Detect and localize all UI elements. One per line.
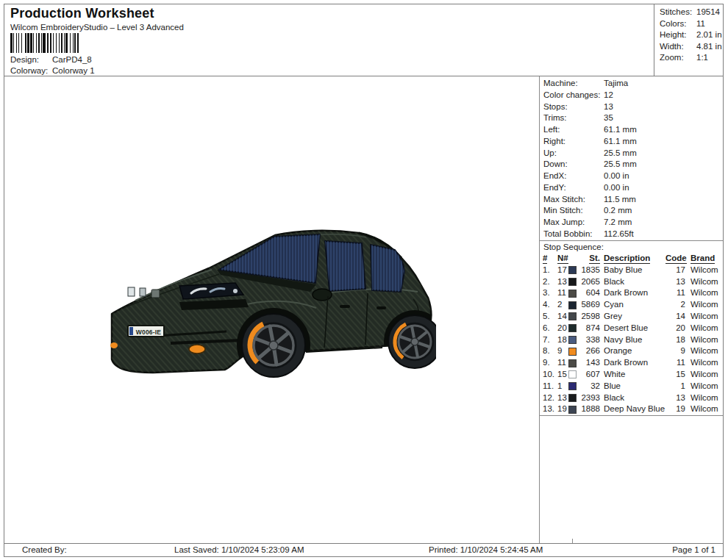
stat-label: Colors:: [660, 18, 696, 30]
thread-brand: Wilcom: [685, 299, 723, 311]
stop-sequence-body: 1.171835Baby Blue17Wilcom2.132065Black13…: [540, 265, 723, 416]
col-number: #: [543, 254, 547, 264]
thread-color-swatch: [568, 290, 577, 298]
info-label: Max Jump:: [543, 217, 604, 229]
thread-description: Dark Brown: [604, 357, 665, 369]
thread-color-swatch: [568, 359, 577, 367]
needle-number: 19: [557, 403, 568, 415]
rear-door-handle: [377, 306, 386, 309]
info-label: Machine:: [543, 78, 604, 90]
info-value: 0.00 in: [604, 183, 629, 192]
thread-color-swatch: [568, 348, 577, 356]
needle-number: 2: [557, 299, 568, 311]
stop-sequence-row: 6.20874Desert Blue20Wilcom: [540, 323, 723, 334]
stitch-count: 143: [579, 357, 600, 369]
info-value: 13: [604, 102, 613, 111]
thread-code: 20: [665, 323, 685, 334]
colorway-label: Colorway:: [10, 66, 52, 75]
needle-number: 11: [557, 287, 568, 299]
info-value: 112.65ft: [604, 229, 634, 238]
barcode-space: [79, 33, 81, 53]
thread-brand: Wilcom: [685, 334, 723, 346]
needle-number: 15: [557, 369, 568, 381]
stat-row: Zoom:1:1: [654, 52, 723, 64]
stat-value: 2.01 in: [696, 29, 722, 41]
thread-brand: Wilcom: [685, 357, 723, 369]
thread-description: Blue: [604, 381, 665, 392]
row-number: 11.: [543, 381, 557, 392]
machine-info-row: Stops:13: [540, 101, 723, 113]
swatch-cell: [568, 348, 579, 356]
stitch-count: 5869: [579, 299, 600, 311]
row-number: 2.: [543, 276, 557, 288]
row-number: 12.: [543, 392, 557, 404]
thread-brand: Wilcom: [685, 276, 723, 288]
row-number: 13.: [543, 403, 557, 415]
thread-brand: Wilcom: [685, 311, 723, 323]
stitch-count: 607: [579, 369, 600, 381]
main-area: W006-IE: [4, 76, 723, 543]
thread-color-swatch: [568, 370, 577, 378]
machine-info-row: Right:61.1 mm: [540, 136, 723, 148]
design-label: Design:: [10, 55, 52, 64]
machine-info-row: Min Stitch:0.2 mm: [540, 205, 723, 217]
info-label: Stops:: [543, 101, 604, 113]
thread-description: Desert Blue: [604, 323, 665, 334]
needle-number: 14: [557, 311, 568, 323]
front-door-handle: [340, 305, 350, 308]
info-label: EndX:: [543, 170, 604, 182]
row-number: 7.: [543, 334, 557, 346]
machine-info-row: Total Bobbin:112.65ft: [540, 229, 723, 240]
stats-list: Stitches:19514Colors:11Height:2.01 inWid…: [654, 4, 723, 76]
info-label: Up:: [543, 148, 604, 159]
corner-indicator: [110, 342, 118, 348]
thread-brand: Wilcom: [685, 345, 723, 357]
thread-color-swatch: [568, 266, 577, 274]
car-illustration: W006-IE: [109, 226, 436, 384]
info-label: Trims:: [543, 112, 604, 124]
swatch-cell: [568, 406, 579, 414]
thread-description: Dark Brown: [604, 287, 665, 299]
info-label: Right:: [543, 136, 604, 148]
stitch-count: 2598: [579, 311, 600, 323]
row-number: 8.: [543, 345, 557, 357]
stop-sequence-row: 8.9266Orange9Wilcom: [540, 345, 723, 357]
stitch-count: 338: [579, 334, 600, 346]
machine-info-list: Machine:TajimaColor changes:12Stops:13Tr…: [540, 76, 723, 240]
info-label: Total Bobbin:: [543, 229, 604, 240]
stop-sequence-row: 9.11143Dark Brown11Wilcom: [540, 357, 723, 369]
stat-label: Stitches:: [660, 7, 696, 18]
stop-sequence-header: # N# St. Description Code Brand: [540, 253, 723, 265]
needle-number: 9: [557, 345, 568, 357]
row-number: 9.: [543, 357, 557, 369]
swatch-cell: [568, 359, 579, 367]
thread-brand: Wilcom: [685, 403, 723, 415]
header-left: Production Worksheet Wilcom EmbroiderySt…: [4, 4, 654, 76]
page-number: Page 1 of 1: [672, 545, 715, 554]
stat-label: Height:: [660, 29, 696, 41]
col-needle: N#: [557, 254, 568, 264]
page-title: Production Worksheet: [10, 6, 154, 21]
thread-description: Orange: [604, 345, 665, 357]
info-value: 0.00 in: [604, 171, 629, 180]
thread-code: 1: [665, 381, 685, 392]
thread-description: Grey: [604, 311, 665, 323]
thread-brand: Wilcom: [685, 287, 723, 299]
info-value: 61.1 mm: [604, 137, 637, 146]
thread-code: 17: [665, 265, 685, 276]
thread-color-swatch: [568, 406, 577, 414]
swatch-cell: [568, 382, 579, 390]
needle-number: 11: [557, 357, 568, 369]
info-panel: Machine:TajimaColor changes:12Stops:13Tr…: [539, 76, 723, 543]
thread-color-swatch: [568, 336, 577, 344]
row-number: 1.: [543, 265, 557, 276]
design-value: CarPD4_8: [52, 55, 92, 64]
info-value: 25.5 mm: [604, 148, 637, 157]
machine-info-row: Up:25.5 mm: [540, 148, 723, 159]
thread-description: Cyan: [604, 299, 665, 311]
thread-code: 11: [665, 287, 685, 299]
thread-brand: Wilcom: [685, 265, 723, 276]
machine-info-row: Max Stitch:11.5 mm: [540, 194, 723, 206]
thread-brand: Wilcom: [685, 369, 723, 381]
design-barcode: [10, 33, 104, 53]
